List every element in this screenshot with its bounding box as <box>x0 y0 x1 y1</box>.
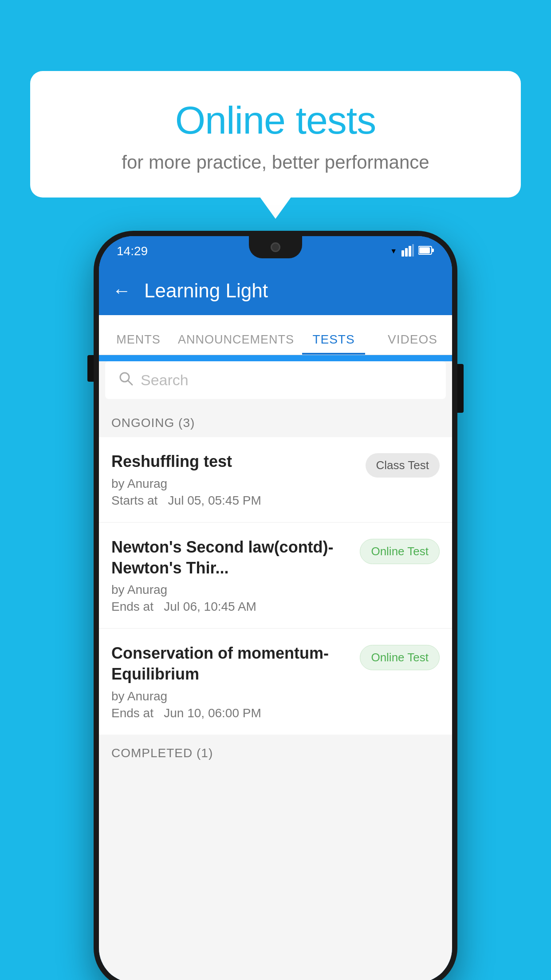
speech-bubble: Online tests for more practice, better p… <box>30 71 521 198</box>
camera <box>271 242 280 252</box>
phone-shell: 14:29 ▼ <box>94 231 457 980</box>
test-name-1: Reshuffling test <box>111 451 358 472</box>
test-date-label-1: Starts at <box>111 494 157 507</box>
screen-content: Search ONGOING (3) Reshuffling test by A… <box>99 361 452 980</box>
svg-rect-0 <box>401 250 404 257</box>
test-date-2: Ends at Jul 06, 10:45 AM <box>111 600 353 614</box>
app-header: ← Learning Light <box>99 266 452 315</box>
test-date-3: Ends at Jun 10, 06:00 PM <box>111 706 353 720</box>
svg-rect-5 <box>419 247 430 253</box>
svg-line-8 <box>128 380 132 385</box>
phone-screen: 14:29 ▼ <box>99 236 452 980</box>
wifi-icon: ▼ <box>390 247 397 255</box>
search-placeholder: Search <box>141 371 189 389</box>
test-date-1: Starts at Jul 05, 05:45 PM <box>111 494 358 508</box>
test-card-conservation[interactable]: Conservation of momentum-Equilibrium by … <box>99 629 452 735</box>
test-name-2: Newton's Second law(contd)-Newton's Thir… <box>111 537 353 579</box>
signal-icon <box>401 244 414 258</box>
tabs-bar: MENTS ANNOUNCEMENTS TESTS VIDEOS <box>99 315 452 355</box>
header-title: Learning Light <box>144 280 268 302</box>
search-bar[interactable]: Search <box>105 361 446 399</box>
test-date-label-3: Ends at <box>111 706 153 720</box>
search-icon <box>118 370 134 390</box>
test-info-3: Conservation of momentum-Equilibrium by … <box>111 643 353 720</box>
tab-announcements[interactable]: ANNOUNCEMENTS <box>178 333 294 355</box>
completed-section-header: COMPLETED (1) <box>99 735 452 767</box>
test-by-3: by Anurag <box>111 689 353 703</box>
svg-rect-6 <box>432 249 434 252</box>
test-card-newtons[interactable]: Newton's Second law(contd)-Newton's Thir… <box>99 523 452 628</box>
tab-videos[interactable]: VIDEOS <box>373 332 452 355</box>
svg-rect-1 <box>405 248 408 257</box>
test-date-label-2: Ends at <box>111 600 153 613</box>
test-card-reshuffling[interactable]: Reshuffling test by Anurag Starts at Jul… <box>99 437 452 522</box>
bubble-title: Online tests <box>52 98 499 143</box>
ongoing-section-header: ONGOING (3) <box>99 405 452 437</box>
battery-icon <box>418 245 434 257</box>
status-time: 14:29 <box>117 244 148 258</box>
tab-tests[interactable]: TESTS <box>294 332 373 355</box>
test-name-3: Conservation of momentum-Equilibrium <box>111 643 353 685</box>
phone-container: 14:29 ▼ <box>94 231 457 980</box>
test-badge-2: Online Test <box>360 539 440 564</box>
test-info-1: Reshuffling test by Anurag Starts at Jul… <box>111 451 358 508</box>
bubble-subtitle: for more practice, better performance <box>52 152 499 173</box>
test-date-val-3: Jun 10, 06:00 PM <box>164 706 261 720</box>
tab-ments[interactable]: MENTS <box>99 333 178 355</box>
status-bar: 14:29 ▼ <box>99 236 452 266</box>
notch <box>249 236 302 258</box>
test-by-1: by Anurag <box>111 477 358 491</box>
status-icons: ▼ <box>390 244 434 258</box>
test-date-val-1: Jul 05, 05:45 PM <box>168 494 261 507</box>
svg-rect-3 <box>412 244 414 257</box>
test-badge-3: Online Test <box>360 645 440 670</box>
test-badge-1: Class Test <box>366 453 440 478</box>
svg-rect-2 <box>409 246 411 257</box>
test-info-2: Newton's Second law(contd)-Newton's Thir… <box>111 537 353 614</box>
back-button[interactable]: ← <box>112 280 131 301</box>
test-date-val-2: Jul 06, 10:45 AM <box>164 600 256 613</box>
test-by-2: by Anurag <box>111 583 353 597</box>
